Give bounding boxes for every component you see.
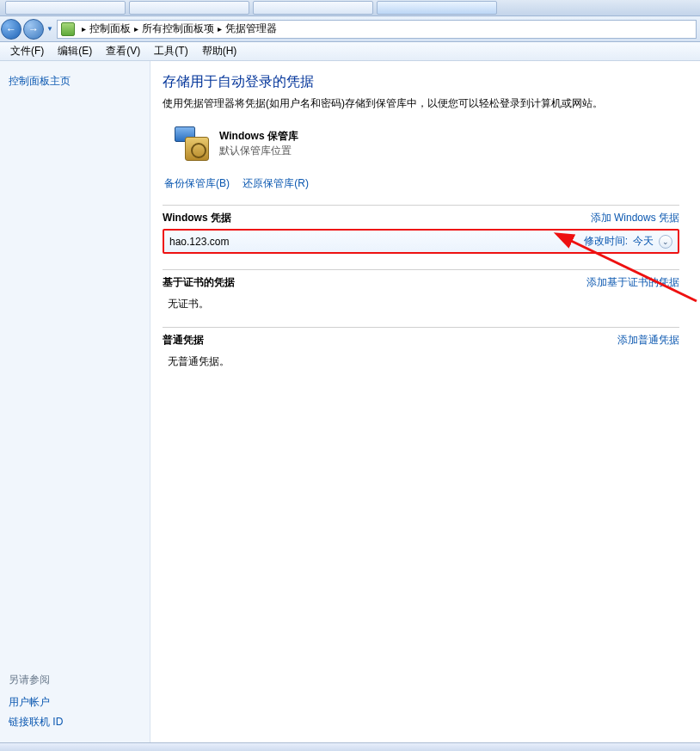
- content: 存储用于自动登录的凭据 使用凭据管理器将凭据(如用户名和密码)存储到保管库中，以…: [150, 61, 700, 742]
- menu-view[interactable]: 查看(V): [99, 42, 147, 60]
- control-panel-icon: [61, 22, 75, 36]
- breadcrumb-sep: ▸: [218, 24, 222, 34]
- nav-back-button[interactable]: ←: [1, 19, 21, 40]
- menu-tools[interactable]: 工具(T): [147, 42, 194, 60]
- credential-meta-value: 今天: [633, 234, 654, 249]
- footer-bar: [0, 742, 700, 751]
- credential-name: hao.123.com: [169, 236, 229, 248]
- arrow-left-icon: ←: [6, 23, 16, 35]
- breadcrumb-item[interactable]: 控制面板: [89, 22, 131, 36]
- arrow-right-icon: →: [28, 23, 39, 35]
- chevron-down-icon: ⌄: [662, 237, 669, 246]
- breadcrumb-sep: ▸: [134, 24, 138, 34]
- nav-history-dropdown[interactable]: ▼: [45, 19, 55, 40]
- expand-credential-button[interactable]: ⌄: [659, 235, 672, 249]
- breadcrumb-item[interactable]: 所有控制面板项: [142, 22, 214, 36]
- navbar: ← → ▼ ▸ 控制面板 ▸ 所有控制面板项 ▸ 凭据管理器: [0, 16, 700, 42]
- vault-subtitle: 默认保管库位置: [219, 144, 298, 158]
- taskbar-tab-active[interactable]: [377, 1, 497, 15]
- sidebar: 控制面板主页 另请参阅 用户帐户 链接联机 ID: [0, 61, 150, 742]
- taskbar-tab[interactable]: [5, 1, 126, 15]
- credential-meta: 修改时间: 今天 ⌄: [584, 234, 672, 249]
- section-windows-credentials: Windows 凭据 添加 Windows 凭据 hao.123.com 修改时…: [163, 205, 679, 254]
- menu-help[interactable]: 帮助(H): [195, 42, 244, 60]
- section-generic-credentials: 普通凭据 添加普通凭据 无普通凭据。: [163, 327, 679, 369]
- taskbar: [0, 0, 700, 16]
- restore-vault-link[interactable]: 还原保管库(R): [243, 177, 309, 189]
- page-description: 使用凭据管理器将凭据(如用户名和密码)存储到保管库中，以便您可以轻松登录到计算机…: [163, 96, 679, 111]
- nav-forward-button[interactable]: →: [23, 19, 44, 40]
- vault-actions: 备份保管库(B) 还原保管库(R): [164, 176, 679, 191]
- taskbar-tab[interactable]: [129, 1, 249, 15]
- credential-meta-label: 修改时间:: [584, 234, 628, 249]
- sidebar-link-user-accounts[interactable]: 用户帐户: [9, 693, 141, 712]
- backup-vault-link[interactable]: 备份保管库(B): [164, 177, 230, 189]
- breadcrumb-sep: ▸: [82, 24, 86, 34]
- chevron-down-icon: ▼: [46, 25, 53, 33]
- section-cert-credentials: 基于证书的凭据 添加基于证书的凭据 无证书。: [163, 269, 679, 311]
- sidebar-see-also: 另请参阅 用户帐户 链接联机 ID: [9, 673, 141, 732]
- sidebar-home-link[interactable]: 控制面板主页: [9, 71, 141, 91]
- menu-file[interactable]: 文件(F): [3, 42, 51, 60]
- sidebar-link-link-online-id[interactable]: 链接联机 ID: [9, 712, 141, 732]
- sidebar-see-also-heading: 另请参阅: [9, 673, 141, 687]
- section-title-windows: Windows 凭据: [163, 211, 231, 225]
- vault-title: Windows 保管库: [219, 129, 298, 144]
- breadcrumb-item[interactable]: 凭据管理器: [225, 22, 277, 36]
- menu-edit[interactable]: 编辑(E): [51, 42, 99, 60]
- vault-row: Windows 保管库 默认保管库位置: [175, 126, 679, 161]
- section-title-cert: 基于证书的凭据: [163, 275, 235, 290]
- section-title-generic: 普通凭据: [163, 333, 204, 348]
- cert-empty-text: 无证书。: [163, 292, 679, 311]
- vault-caption: Windows 保管库 默认保管库位置: [219, 129, 298, 158]
- menubar: 文件(F) 编辑(E) 查看(V) 工具(T) 帮助(H): [0, 42, 700, 61]
- taskbar-tab[interactable]: [253, 1, 373, 15]
- main-area: 控制面板主页 另请参阅 用户帐户 链接联机 ID 存储用于自动登录的凭据 使用凭…: [0, 61, 700, 742]
- generic-empty-text: 无普通凭据。: [163, 349, 679, 369]
- add-windows-credential-link[interactable]: 添加 Windows 凭据: [591, 211, 679, 225]
- credential-row[interactable]: hao.123.com 修改时间: 今天 ⌄: [163, 229, 679, 254]
- vault-icon: [175, 126, 209, 161]
- add-generic-credential-link[interactable]: 添加普通凭据: [617, 333, 679, 348]
- page-title: 存储用于自动登录的凭据: [163, 73, 679, 91]
- address-bar[interactable]: ▸ 控制面板 ▸ 所有控制面板项 ▸ 凭据管理器: [57, 20, 697, 39]
- add-cert-credential-link[interactable]: 添加基于证书的凭据: [586, 275, 679, 290]
